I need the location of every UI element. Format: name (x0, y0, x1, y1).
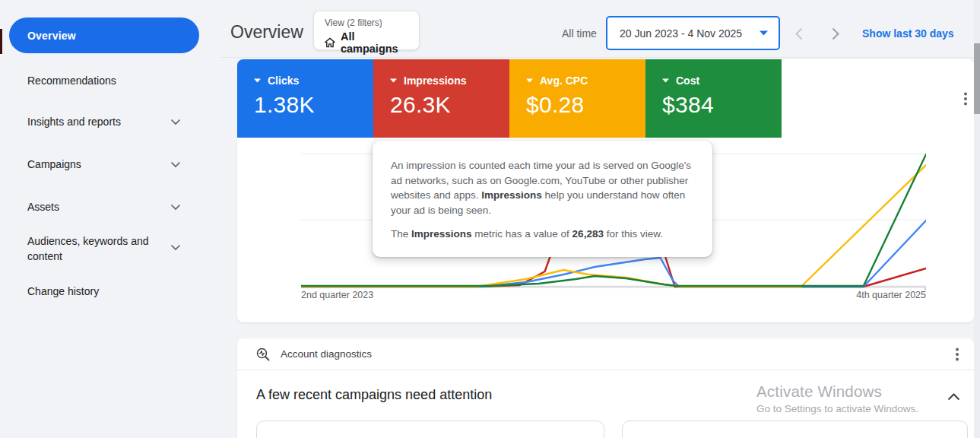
overview-card-menu-button[interactable] (956, 90, 975, 108)
chart-x-axis: 2nd quarter 2023 4th quarter 2025 (301, 290, 926, 300)
scorecard-value: 1.38K (254, 92, 373, 118)
show-last-30-days-link[interactable]: Show last 30 days (862, 27, 954, 40)
page-title: Overview (230, 22, 303, 43)
chevron-right-icon (832, 27, 839, 40)
scorecard-impressions[interactable]: Impressions 26.3K (373, 59, 509, 138)
kebab-menu-icon (956, 348, 959, 361)
scrollbar-thumb[interactable] (974, 43, 980, 114)
chevron-down-icon (170, 244, 181, 251)
vertical-scrollbar[interactable] (974, 0, 980, 438)
sidebar-item-label: Insights and reports (27, 114, 121, 129)
sidebar-item-recommendations[interactable]: Recommendations (27, 73, 193, 88)
sidebar-item-label: Change history (27, 284, 99, 299)
caret-down-icon (760, 30, 768, 36)
impressions-metric-tooltip: An impression is counted each time your … (373, 141, 712, 257)
chevron-up-icon (947, 393, 960, 401)
sidebar-item-label: Recommendations (27, 73, 116, 88)
scorecard-value: $0.28 (526, 92, 645, 118)
next-period-button[interactable] (825, 23, 846, 44)
sidebar-item-overview[interactable]: Overview (9, 17, 199, 53)
scorecard-band: Clicks 1.38K Impressions 26.3K Avg. CPC … (237, 59, 782, 138)
scorecard-avg-cpc[interactable]: Avg. CPC $0.28 (509, 59, 645, 138)
date-preset-label: All time (562, 27, 597, 40)
tooltip-paragraph-2: The Impressions metric has a value of 26… (391, 227, 694, 242)
date-range-value: 20 Jun 2023 - 4 Nov 2025 (620, 27, 760, 40)
caret-down-icon (662, 78, 669, 83)
scorecard-value: 26.3K (390, 92, 509, 118)
home-icon (325, 37, 335, 48)
attention-heading: A few recent campaigns need attention (256, 387, 492, 403)
sidebar-item-campaigns[interactable]: Campaigns (27, 157, 193, 172)
sidebar-item-label: Overview (27, 30, 76, 42)
caret-down-icon (390, 78, 397, 83)
sidebar: Overview Recommendations Insights and re… (0, 0, 220, 438)
scorecard-value: $384 (662, 92, 782, 118)
view-filters-label: View (2 filters) (325, 17, 410, 29)
scorecard-label: Clicks (268, 75, 299, 87)
campaign-alert-card[interactable] (256, 421, 604, 438)
tooltip-paragraph-1: An impression is counted each time your … (391, 158, 694, 217)
sidebar-item-audiences-keywords-content[interactable]: Audiences, keywords and content (27, 233, 193, 264)
chevron-down-icon (170, 161, 181, 168)
sidebar-item-label: Campaigns (27, 157, 81, 172)
diagnostics-menu-button[interactable] (948, 345, 966, 363)
sidebar-item-label: Assets (27, 199, 59, 214)
campaign-scope-chip[interactable]: View (2 filters) All campaigns (313, 11, 420, 50)
scorecard-label: Cost (676, 75, 699, 87)
scorecard-cost[interactable]: Cost $384 (645, 59, 782, 138)
previous-period-button[interactable] (788, 23, 810, 44)
scorecard-label: Impressions (404, 75, 466, 87)
header-divider (220, 57, 974, 58)
sidebar-item-label: Audiences, keywords and content (27, 233, 161, 264)
campaign-alert-card[interactable] (622, 421, 968, 438)
x-axis-start-label: 2nd quarter 2023 (301, 290, 373, 300)
caret-down-icon (526, 78, 533, 83)
chevron-down-icon (170, 204, 181, 211)
kebab-menu-icon (964, 92, 967, 106)
chevron-down-icon (170, 119, 181, 125)
sidebar-item-change-history[interactable]: Change history (27, 284, 193, 299)
scorecard-clicks[interactable]: Clicks 1.38K (237, 59, 373, 138)
x-axis-end-label: 4th quarter 2025 (856, 290, 926, 300)
chevron-left-icon (795, 27, 803, 40)
caret-down-icon (254, 78, 261, 83)
account-diagnostics-title: Account diagnostics (281, 348, 372, 360)
sidebar-item-insights-and-reports[interactable]: Insights and reports (27, 114, 193, 129)
date-range-picker[interactable]: 20 Jun 2023 - 4 Nov 2025 (606, 16, 780, 50)
collapse-section-button[interactable] (944, 387, 963, 407)
account-diagnostics-card: Account diagnostics A few recent campaig… (237, 338, 974, 438)
scorecard-label: Avg. CPC (540, 75, 588, 87)
sidebar-item-assets[interactable]: Assets (27, 199, 193, 214)
campaign-scope-label: All campaigns (341, 30, 410, 55)
diagnostics-search-pulse-icon (255, 347, 271, 362)
account-diagnostics-header: Account diagnostics (237, 338, 974, 370)
